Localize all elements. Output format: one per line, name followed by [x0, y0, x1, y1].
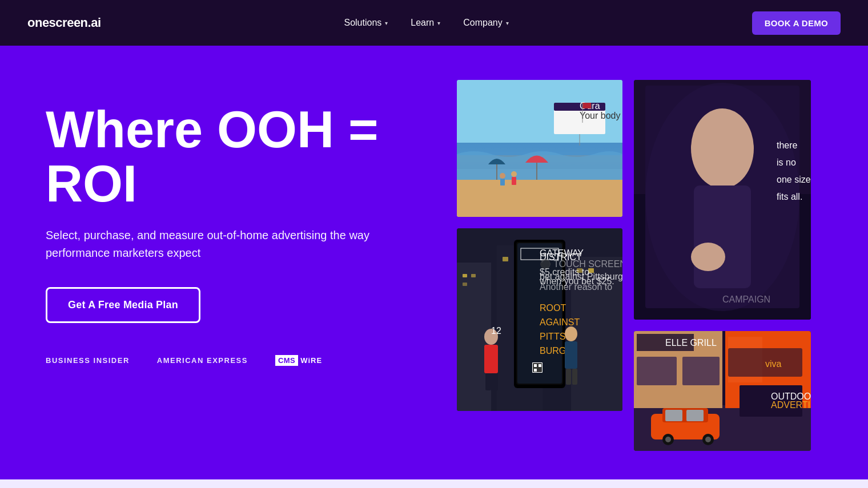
- business-insider-logo: BUSINESS INSIDER: [46, 356, 130, 365]
- svg-rect-75: [682, 357, 720, 385]
- svg-rect-35: [503, 257, 508, 261]
- svg-rect-14: [582, 103, 591, 108]
- svg-rect-65: [565, 341, 577, 369]
- svg-text:AGAINST: AGAINST: [540, 317, 580, 327]
- chevron-down-icon: ▾: [506, 20, 509, 26]
- svg-point-64: [565, 326, 577, 341]
- navbar: onescreen.ai Solutions ▾ Learn ▾ Company…: [0, 0, 868, 46]
- svg-point-20: [691, 108, 754, 188]
- nav-item-solutions[interactable]: Solutions ▾: [344, 18, 388, 28]
- svg-text:ROOT: ROOT: [540, 303, 566, 313]
- partner-logos: BUSINESS INSIDER AMERICAN EXPRESS CMS Wi…: [46, 355, 434, 366]
- nav-item-company[interactable]: Company ▾: [463, 18, 508, 28]
- fashion-billboard-image: there is no one size fits all. CAMPAIGN: [634, 80, 811, 320]
- svg-rect-82: [665, 410, 682, 421]
- beach-billboard-image: Oura Your body asks.: [457, 80, 622, 217]
- svg-rect-33: [471, 274, 476, 277]
- get-free-media-plan-button[interactable]: Get A Free Media Plan: [46, 287, 200, 323]
- svg-point-87: [705, 437, 711, 442]
- svg-rect-10: [500, 179, 505, 185]
- chevron-down-icon: ▾: [437, 20, 440, 26]
- svg-text:PITTS-: PITTS-: [540, 332, 569, 341]
- svg-text:one size: one size: [777, 175, 811, 184]
- svg-rect-56: [534, 364, 537, 367]
- hero-subtitle: Select, purchase, and measure out-of-hom…: [46, 227, 377, 262]
- svg-point-9: [500, 173, 505, 179]
- nav-solutions-label: Solutions: [344, 18, 381, 28]
- svg-rect-57: [539, 364, 541, 367]
- svg-text:12: 12: [491, 326, 501, 336]
- svg-rect-74: [637, 357, 677, 385]
- svg-rect-67: [572, 369, 577, 385]
- cms-wire-text: WiRE: [300, 356, 322, 365]
- svg-point-26: [691, 243, 725, 271]
- svg-rect-34: [463, 283, 467, 286]
- svg-text:ELLE GRILL: ELLE GRILL: [665, 338, 717, 348]
- cmswire-logo: CMS WiRE: [275, 355, 322, 366]
- svg-rect-2: [457, 180, 622, 217]
- svg-rect-21: [694, 185, 751, 288]
- nav-learn-label: Learn: [411, 18, 434, 28]
- street-store-image: ELLE GRILL viva: [634, 331, 811, 451]
- svg-text:Another reason to: Another reason to: [540, 282, 612, 292]
- nav-links: Solutions ▾ Learn ▾ Company ▾: [344, 18, 508, 28]
- svg-text:is no: is no: [777, 158, 796, 167]
- svg-point-11: [511, 171, 517, 177]
- hero-content: Where OOH =ROI Select, purchase, and mea…: [46, 80, 434, 366]
- svg-text:fits all.: fits all.: [777, 192, 802, 201]
- svg-text:ADVERTISING: ADVERTISING: [771, 400, 811, 410]
- chevron-down-icon: ▾: [385, 20, 388, 26]
- svg-rect-66: [566, 369, 571, 385]
- notification-bar: Make your next OOH campaign your best OO…: [0, 479, 868, 488]
- svg-text:viva: viva: [765, 359, 782, 369]
- svg-rect-12: [512, 177, 516, 185]
- svg-text:Your body asks.: Your body asks.: [580, 111, 622, 120]
- svg-rect-61: [485, 373, 491, 390]
- svg-rect-83: [686, 410, 704, 421]
- svg-rect-62: [492, 373, 498, 390]
- book-demo-button[interactable]: BOOK A DEMO: [752, 11, 841, 35]
- svg-rect-58: [534, 369, 537, 372]
- svg-rect-32: [463, 274, 467, 277]
- svg-rect-60: [484, 345, 498, 373]
- hero-images-grid: Oura Your body asks.: [457, 80, 822, 422]
- svg-text:CAMPAIGN: CAMPAIGN: [722, 295, 770, 304]
- gateway-kiosk-image: GATEWAY DISTRICT ⚫ TOUCH SCREEN $5 credi…: [457, 228, 622, 411]
- cms-box: CMS: [275, 355, 298, 366]
- svg-point-86: [665, 437, 671, 442]
- hero-section: Where OOH =ROI Select, purchase, and mea…: [0, 46, 868, 479]
- american-express-logo: AMERICAN EXPRESS: [157, 356, 248, 365]
- nav-company-label: Company: [463, 18, 502, 28]
- svg-text:there: there: [777, 140, 798, 150]
- nav-item-learn[interactable]: Learn ▾: [411, 18, 440, 28]
- hero-title: Where OOH =ROI: [46, 103, 434, 211]
- logo[interactable]: onescreen.ai: [27, 15, 101, 30]
